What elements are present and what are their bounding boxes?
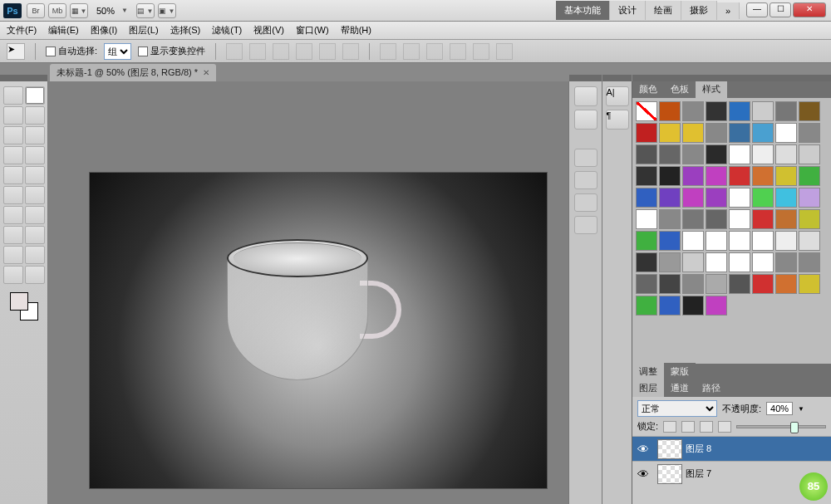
tab-styles[interactable]: 样式 xyxy=(696,81,727,98)
distribute-button[interactable] xyxy=(450,43,466,60)
visibility-eye-icon[interactable]: 👁 xyxy=(632,467,654,481)
style-swatch[interactable] xyxy=(706,123,727,143)
view-extras-button[interactable]: ▦▼ xyxy=(70,3,88,18)
distribute-button[interactable] xyxy=(380,43,396,60)
tool-hand[interactable] xyxy=(3,266,23,284)
align-button[interactable] xyxy=(226,43,243,60)
style-swatch[interactable] xyxy=(729,166,750,186)
style-swatch[interactable] xyxy=(659,274,681,294)
tool-dodge[interactable] xyxy=(25,206,45,224)
style-swatch[interactable] xyxy=(729,231,750,251)
style-swatch[interactable] xyxy=(799,274,820,294)
style-swatch[interactable] xyxy=(682,296,704,316)
style-swatch[interactable] xyxy=(775,274,797,294)
workspace-basic[interactable]: 基本功能 xyxy=(556,1,610,20)
tab-paths[interactable]: 路径 xyxy=(696,379,727,397)
style-swatch[interactable] xyxy=(659,123,681,143)
tab-adjustments[interactable]: 调整 xyxy=(632,363,664,380)
style-swatch[interactable] xyxy=(706,166,727,186)
style-swatch[interactable] xyxy=(775,252,797,272)
style-swatch[interactable] xyxy=(706,188,727,208)
panel-icon-actions[interactable] xyxy=(574,110,597,130)
style-swatch[interactable] xyxy=(729,101,750,121)
workspace-paint[interactable]: 绘画 xyxy=(646,1,681,20)
menu-edit[interactable]: 编辑(E) xyxy=(48,24,79,37)
style-swatch[interactable] xyxy=(729,188,750,208)
style-swatch[interactable] xyxy=(682,188,704,208)
style-swatch[interactable] xyxy=(682,274,704,294)
style-swatch[interactable] xyxy=(682,209,704,229)
checkbox-icon[interactable] xyxy=(46,46,56,56)
style-swatch[interactable] xyxy=(775,144,797,164)
align-button[interactable] xyxy=(296,43,312,60)
style-swatch[interactable] xyxy=(799,166,820,186)
close-tab-icon[interactable]: ✕ xyxy=(203,68,209,77)
menu-view[interactable]: 视图(V) xyxy=(253,24,284,37)
panel-icon-clone-source[interactable] xyxy=(574,193,597,212)
lock-pixels-icon[interactable] xyxy=(681,421,695,433)
tool-move[interactable] xyxy=(25,86,45,105)
style-swatch[interactable] xyxy=(659,209,681,229)
style-swatch[interactable] xyxy=(706,274,727,294)
auto-select-target[interactable]: 组 xyxy=(104,43,131,60)
distribute-button[interactable] xyxy=(403,43,420,60)
style-swatch[interactable] xyxy=(706,209,727,229)
align-button[interactable] xyxy=(249,43,266,60)
canvas-area[interactable] xyxy=(48,81,568,504)
tool-zoom[interactable] xyxy=(25,266,45,284)
style-swatch[interactable] xyxy=(682,101,704,121)
style-swatch[interactable] xyxy=(636,252,657,272)
align-button[interactable] xyxy=(342,43,359,60)
style-swatch[interactable] xyxy=(775,209,797,229)
distribute-button[interactable] xyxy=(496,43,513,60)
tool-type[interactable] xyxy=(25,226,45,244)
menu-layer[interactable]: 图层(L) xyxy=(129,24,158,37)
align-button[interactable] xyxy=(319,43,336,60)
layer-row[interactable]: 👁图层 8 xyxy=(632,436,831,461)
style-swatch[interactable] xyxy=(636,101,657,121)
style-swatch[interactable] xyxy=(659,188,681,208)
style-swatch[interactable] xyxy=(659,252,681,272)
tab-channels[interactable]: 通道 xyxy=(664,379,696,397)
style-swatch[interactable] xyxy=(729,123,750,143)
helper-badge[interactable]: 85 xyxy=(799,472,828,501)
style-swatch[interactable] xyxy=(799,144,820,164)
layer-thumbnail[interactable] xyxy=(657,464,682,484)
style-swatch[interactable] xyxy=(799,252,820,272)
style-swatch[interactable] xyxy=(682,252,704,272)
close-button[interactable]: ✕ xyxy=(793,2,826,17)
menu-image[interactable]: 图像(I) xyxy=(91,24,117,37)
style-swatch[interactable] xyxy=(752,123,774,143)
style-swatch[interactable] xyxy=(729,252,750,272)
style-swatch[interactable] xyxy=(799,101,820,121)
layer-name[interactable]: 图层 8 xyxy=(686,443,831,455)
chevron-down-icon[interactable]: ▼ xyxy=(798,405,804,413)
workspace-more[interactable]: » xyxy=(717,2,740,19)
panel-icon-brush[interactable] xyxy=(574,149,597,167)
style-swatch[interactable] xyxy=(706,144,727,164)
bridge-button[interactable]: Br xyxy=(27,3,45,18)
tool-eraser[interactable] xyxy=(3,186,23,204)
tool-healing[interactable] xyxy=(3,146,23,164)
style-swatch[interactable] xyxy=(659,101,681,121)
panel-icon-character[interactable]: A| xyxy=(606,86,629,106)
tool-blur[interactable] xyxy=(3,206,23,224)
opacity-slider[interactable] xyxy=(736,425,826,428)
auto-select-checkbox[interactable]: 自动选择: xyxy=(46,45,97,57)
style-swatch[interactable] xyxy=(659,296,681,316)
lock-position-icon[interactable] xyxy=(700,421,713,433)
chevron-down-icon[interactable]: ▼ xyxy=(121,7,128,14)
panel-icon-history[interactable] xyxy=(574,86,597,106)
tool-eyedropper[interactable] xyxy=(25,126,45,144)
panel-icon-paragraph[interactable]: ¶ xyxy=(606,110,629,130)
tool-marquee[interactable] xyxy=(3,86,23,105)
style-swatch[interactable] xyxy=(682,123,704,143)
style-swatch[interactable] xyxy=(659,144,681,164)
style-swatch[interactable] xyxy=(729,144,750,164)
visibility-eye-icon[interactable]: 👁 xyxy=(632,443,654,456)
style-swatch[interactable] xyxy=(799,123,820,143)
tool-crop[interactable] xyxy=(3,126,23,144)
style-swatch[interactable] xyxy=(799,209,820,229)
style-swatch[interactable] xyxy=(659,231,681,251)
arrange-docs-button[interactable]: ▤▼ xyxy=(136,3,155,18)
